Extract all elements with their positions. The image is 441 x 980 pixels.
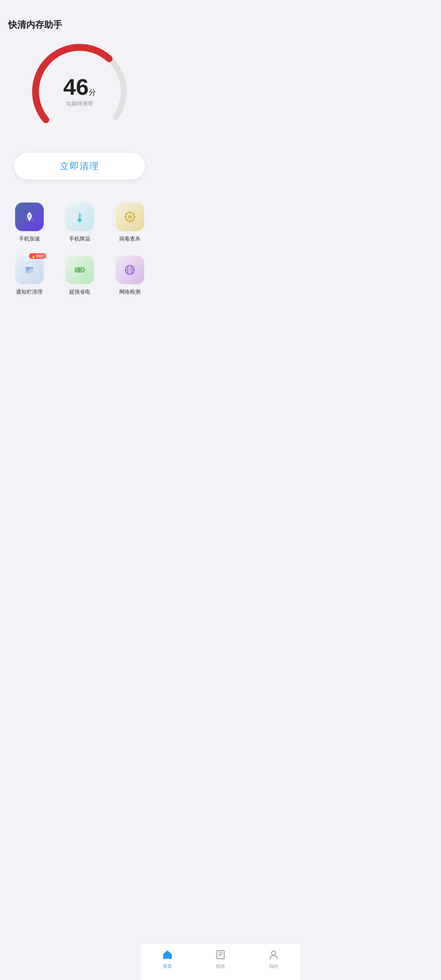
gauge-container: 46分 垃圾待清理 xyxy=(31,42,129,140)
svg-rect-11 xyxy=(26,270,29,271)
svg-rect-15 xyxy=(84,269,85,271)
svg-rect-10 xyxy=(26,269,30,270)
feature-notify-clean[interactable]: 🔥 HOT 通知栏清理 xyxy=(4,249,54,302)
feature-power-save-label: 超强省电 xyxy=(69,288,90,296)
status-bar xyxy=(0,0,159,12)
svg-rect-4 xyxy=(79,214,80,218)
gauge-label: 垃圾待清理 xyxy=(63,100,96,107)
feature-phone-cool[interactable]: 手机降温 xyxy=(54,196,105,249)
clean-now-button[interactable]: 立即清理 xyxy=(14,153,145,180)
gauge-score: 46 xyxy=(63,74,89,100)
feature-virus-scan[interactable]: 病毒查杀 xyxy=(105,196,155,249)
battery-icon xyxy=(65,256,94,284)
hot-badge: 🔥 HOT xyxy=(29,253,46,259)
rocket-icon xyxy=(15,203,44,231)
virus-scan-icon xyxy=(116,203,144,231)
gauge-center: 46分 垃圾待清理 xyxy=(63,76,96,107)
feature-virus-scan-label: 病毒查杀 xyxy=(119,235,140,243)
feature-phone-cool-label: 手机降温 xyxy=(69,235,90,243)
feature-power-save[interactable]: 超强省电 xyxy=(54,249,105,302)
svg-point-0 xyxy=(28,215,31,217)
feature-network-check-label: 网络检测 xyxy=(119,288,140,296)
notification-icon: 🔥 HOT xyxy=(15,256,44,284)
gauge-section: 46分 垃圾待清理 xyxy=(0,34,159,145)
thermometer-icon xyxy=(65,203,94,231)
gauge-unit: 分 xyxy=(89,88,96,96)
svg-rect-12 xyxy=(26,272,28,273)
feature-network-check[interactable]: 网络检测 xyxy=(105,249,155,302)
network-icon xyxy=(116,256,144,284)
svg-rect-13 xyxy=(25,267,33,268)
feature-grid: 手机加速 手机降温 病毒查杀 xyxy=(0,188,159,302)
feature-notify-clean-label: 通知栏清理 xyxy=(16,288,42,296)
feature-phone-boost[interactable]: 手机加速 xyxy=(4,196,54,249)
svg-point-3 xyxy=(78,219,81,221)
gauge-score-display: 46分 xyxy=(63,76,96,98)
feature-phone-boost-label: 手机加速 xyxy=(19,235,40,243)
